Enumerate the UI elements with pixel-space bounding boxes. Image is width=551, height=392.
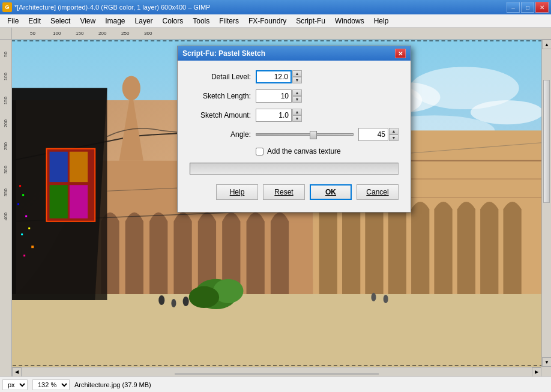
svg-rect-23 bbox=[21, 234, 23, 235]
v-scrollbar[interactable]: ▲ ▼ bbox=[541, 40, 551, 367]
detail-level-input-group: ▲ ▼ bbox=[256, 70, 302, 83]
canvas-texture-checkbox[interactable] bbox=[256, 148, 263, 155]
scroll-right-arrow[interactable]: ▶ bbox=[532, 367, 541, 377]
menu-windows[interactable]: Windows bbox=[330, 16, 369, 26]
menu-image[interactable]: Image bbox=[100, 16, 130, 26]
menu-fx-foundry[interactable]: FX-Foundry bbox=[244, 16, 291, 26]
menu-edit[interactable]: Edit bbox=[23, 16, 46, 26]
detail-level-up[interactable]: ▲ bbox=[292, 70, 302, 77]
sketch-length-up[interactable]: ▲ bbox=[292, 89, 302, 96]
ruler-top: 50 100 150 200 250 300 bbox=[12, 28, 551, 40]
angle-label: Angle: bbox=[190, 130, 256, 139]
svg-rect-19 bbox=[22, 194, 24, 196]
angle-slider-track[interactable] bbox=[256, 133, 354, 136]
svg-point-26 bbox=[122, 76, 140, 100]
zoom-selector[interactable]: 132 % bbox=[32, 379, 70, 390]
sketch-amount-row: Sketch Amount: ▲ ▼ bbox=[190, 109, 399, 122]
sketch-length-down[interactable]: ▼ bbox=[292, 96, 302, 103]
dialog-title-text: Script-Fu: Pastel Sketch bbox=[182, 49, 265, 58]
angle-spinner: ▲ ▼ bbox=[389, 128, 399, 141]
menu-filters[interactable]: Filters bbox=[214, 16, 244, 26]
svg-rect-14 bbox=[50, 152, 68, 182]
window-title: *[Architecture] (imported)-4.0 (RGB colo… bbox=[14, 4, 210, 11]
detail-level-row: Detail Level: ▲ ▼ bbox=[190, 70, 399, 83]
angle-up[interactable]: ▲ bbox=[389, 128, 399, 134]
dialog-content: Detail Level: ▲ ▼ Sketch Length: bbox=[178, 61, 411, 212]
svg-point-33 bbox=[183, 297, 189, 306]
dialog-close-button[interactable]: ✕ bbox=[395, 49, 406, 58]
svg-rect-20 bbox=[17, 204, 19, 205]
svg-rect-17 bbox=[70, 185, 88, 219]
detail-level-label: Detail Level: bbox=[190, 73, 256, 81]
svg-point-31 bbox=[158, 295, 164, 305]
menu-colors[interactable]: Colors bbox=[158, 16, 188, 26]
menu-help[interactable]: Help bbox=[369, 16, 394, 26]
detail-level-down[interactable]: ▼ bbox=[292, 77, 302, 83]
sketch-amount-input-group: ▲ ▼ bbox=[256, 109, 302, 122]
status-bar: px 132 % Architecture.jpg (37.9 MB) bbox=[0, 376, 551, 392]
svg-rect-21 bbox=[25, 216, 27, 217]
menu-layer[interactable]: Layer bbox=[130, 16, 158, 26]
script-fu-dialog: Script-Fu: Pastel Sketch ✕ Detail Level:… bbox=[177, 46, 411, 213]
menu-script-fu[interactable]: Script-Fu bbox=[291, 16, 330, 26]
scroll-down-arrow[interactable]: ▼ bbox=[542, 357, 551, 367]
svg-point-4 bbox=[471, 100, 541, 124]
progress-area bbox=[190, 163, 399, 175]
sketch-amount-down[interactable]: ▼ bbox=[292, 115, 302, 122]
dialog-buttons: Help Reset OK Cancel bbox=[190, 184, 399, 202]
scroll-up-arrow[interactable]: ▲ bbox=[542, 40, 551, 49]
menu-file[interactable]: File bbox=[2, 16, 23, 26]
ok-button[interactable]: OK bbox=[310, 184, 352, 200]
canvas-texture-row: Add the canvas texture bbox=[256, 147, 399, 155]
unit-selector[interactable]: px bbox=[2, 379, 28, 390]
window-controls: – □ ✕ bbox=[507, 2, 549, 13]
v-scroll-track[interactable] bbox=[542, 49, 551, 357]
h-scrollbar[interactable]: ◀ ▶ bbox=[12, 367, 541, 376]
svg-point-32 bbox=[171, 299, 176, 307]
h-scroll-thumb[interactable] bbox=[175, 373, 379, 375]
svg-rect-18 bbox=[19, 185, 21, 187]
menu-select[interactable]: Select bbox=[46, 16, 75, 26]
scrollbar-corner bbox=[541, 367, 551, 376]
sketch-amount-spinner: ▲ ▼ bbox=[292, 109, 302, 122]
app-icon: G bbox=[2, 2, 12, 12]
sketch-length-input-group: ▲ ▼ bbox=[256, 89, 302, 103]
menu-tools[interactable]: Tools bbox=[188, 16, 214, 26]
sketch-length-spinner: ▲ ▼ bbox=[292, 89, 302, 103]
canvas-texture-label: Add the canvas texture bbox=[267, 147, 341, 155]
filename-status: Architecture.jpg (37.9 MB) bbox=[74, 381, 151, 388]
scroll-left-arrow[interactable]: ◀ bbox=[12, 367, 22, 377]
maximize-button[interactable]: □ bbox=[521, 2, 534, 13]
sketch-length-row: Sketch Length: ▲ ▼ bbox=[190, 89, 399, 103]
sketch-length-input[interactable] bbox=[256, 89, 292, 103]
detail-level-spinner: ▲ ▼ bbox=[292, 70, 302, 83]
main-area: 50 100 150 200 250 300 50 100 150 200 25… bbox=[0, 28, 551, 392]
svg-point-30 bbox=[189, 286, 219, 308]
menu-view[interactable]: View bbox=[75, 16, 100, 26]
sketch-length-label: Sketch Length: bbox=[190, 92, 256, 100]
svg-rect-22 bbox=[28, 228, 30, 229]
svg-rect-15 bbox=[70, 152, 88, 182]
svg-rect-25 bbox=[23, 255, 25, 256]
sketch-amount-up[interactable]: ▲ bbox=[292, 109, 302, 115]
detail-level-input[interactable] bbox=[256, 70, 292, 83]
dialog-title-bar: Script-Fu: Pastel Sketch ✕ bbox=[178, 46, 411, 61]
title-bar: G *[Architecture] (imported)-4.0 (RGB co… bbox=[0, 0, 551, 14]
angle-down[interactable]: ▼ bbox=[389, 134, 399, 141]
sketch-amount-input[interactable] bbox=[256, 109, 292, 122]
svg-point-35 bbox=[384, 295, 388, 303]
v-scroll-thumb[interactable] bbox=[543, 80, 550, 203]
help-button[interactable]: Help bbox=[216, 184, 258, 200]
svg-rect-16 bbox=[50, 185, 68, 219]
progress-bar bbox=[190, 163, 399, 175]
minimize-button[interactable]: – bbox=[507, 2, 520, 13]
reset-button[interactable]: Reset bbox=[263, 184, 305, 200]
angle-slider-thumb[interactable] bbox=[310, 131, 317, 139]
close-button[interactable]: ✕ bbox=[535, 2, 549, 13]
angle-value-input[interactable] bbox=[358, 128, 388, 141]
cancel-button[interactable]: Cancel bbox=[357, 184, 399, 200]
menu-bar: File Edit Select View Image Layer Colors… bbox=[0, 14, 551, 28]
svg-point-34 bbox=[371, 293, 376, 301]
svg-rect-24 bbox=[31, 246, 34, 248]
sketch-amount-label: Sketch Amount: bbox=[190, 111, 256, 119]
